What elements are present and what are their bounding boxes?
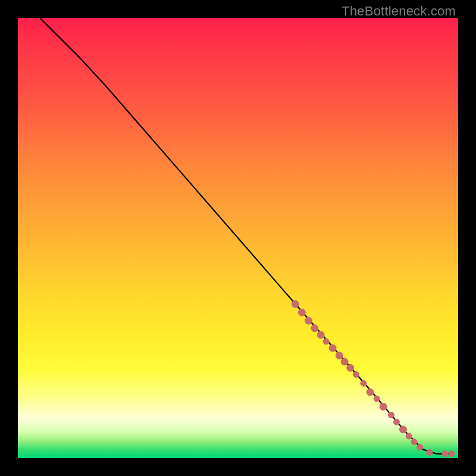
data-point [311,325,318,332]
data-point [389,412,394,418]
chart-svg [18,18,458,458]
data-point [427,449,433,455]
data-point [367,389,374,396]
data-point [442,451,448,457]
data-point [380,403,387,410]
data-point [298,309,305,316]
data-point [400,426,407,433]
data-point [353,371,359,377]
data-point [374,396,380,402]
bottleneck-curve [40,18,449,454]
data-point [417,444,423,450]
data-point [341,358,348,365]
data-point [292,300,299,308]
data-point [323,339,329,345]
data-point [329,345,336,352]
data-point [449,451,455,457]
watermark-text: TheBottleneck.com [342,4,456,19]
data-point [406,433,412,439]
data-point [305,317,312,324]
data-point [411,439,417,445]
data-points-group [292,300,455,457]
data-point [317,331,324,339]
data-point [347,364,354,371]
data-point [393,419,399,425]
data-point [361,380,367,386]
data-point [336,352,343,359]
